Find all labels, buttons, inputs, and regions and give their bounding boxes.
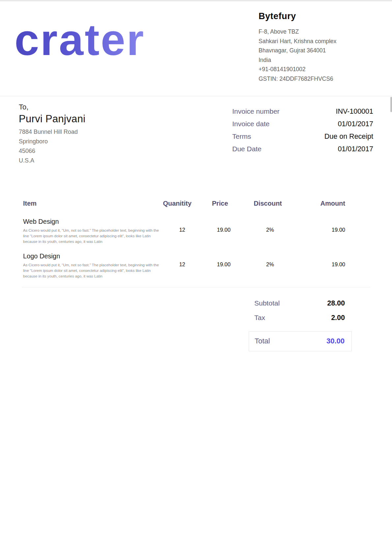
item-quantity: 12 (161, 218, 203, 233)
total-label: Total (255, 337, 270, 345)
item-amount: 19.00 (296, 218, 345, 233)
company-address-line: F-8, Above TBZ (259, 27, 387, 37)
parties-section: To, Purvi Panjvani 7884 Bunnel Hill Road… (0, 96, 392, 165)
subtotal-value: 28.00 (327, 299, 345, 307)
item-cell: Web Design As Cicero would put it, “Um, … (23, 218, 161, 245)
invoice-date-label: Invoice date (232, 120, 269, 128)
item-name: Logo Design (23, 252, 161, 260)
item-description: As Cicero would put it, “Um, not so fast… (23, 262, 161, 279)
terms-value: Due on Receipt (324, 132, 373, 141)
column-header-price: Price (199, 200, 241, 207)
item-amount: 19.00 (296, 252, 345, 268)
tax-value: 2.00 (331, 314, 345, 322)
company-phone: +91-08141901002 (259, 65, 387, 74)
column-header-discount: Discount (241, 200, 294, 207)
item-quantity: 12 (161, 252, 203, 268)
item-discount: 2% (244, 252, 295, 268)
items-table: Item Quanitity Price Discount Amount Web… (22, 200, 370, 287)
terms-row: Terms Due on Receipt (232, 132, 373, 141)
invoice-date-row: Invoice date 01/01/2017 (232, 120, 373, 128)
due-date-value: 01/01/2017 (338, 145, 373, 153)
due-date-label: Due Date (232, 145, 262, 153)
due-date-row: Due Date 01/01/2017 (232, 145, 373, 153)
customer-address-line: Springboro (19, 137, 232, 146)
customer-name: Purvi Panjvani (19, 113, 232, 125)
item-description: As Cicero would put it, “Um, not so fast… (23, 228, 161, 245)
subtotal-row: Subtotal 28.00 (249, 299, 352, 307)
company-address-line: India (259, 55, 387, 65)
invoice-number-value: INV-100001 (336, 107, 373, 116)
table-row: Web Design As Cicero would put it, “Um, … (22, 218, 370, 245)
company-address-line: Bhavnagar, Gujrat 364001 (259, 46, 387, 55)
customer-address-line: 45066 (19, 146, 232, 156)
company-name: Bytefury (259, 11, 387, 21)
item-price: 19.00 (203, 218, 244, 233)
total-value: 30.00 (326, 337, 345, 345)
crater-logo: crater (14, 18, 145, 62)
company-gstin: GSTIN: 24DDF7682FHVCS6 (259, 74, 387, 84)
invoice-meta-block: Invoice number INV-100001 Invoice date 0… (232, 107, 373, 158)
item-cell: Logo Design As Cicero would put it, “Um,… (23, 252, 161, 279)
items-divider (22, 287, 370, 287)
total-box: Total 30.00 (249, 331, 352, 351)
invoice-number-label: Invoice number (232, 107, 280, 115)
item-name: Web Design (23, 218, 161, 225)
invoice-page: crater Bytefury F-8, Above TBZ Sahkari H… (0, 0, 392, 555)
invoice-date-value: 01/01/2017 (338, 120, 373, 128)
subtotal-label: Subtotal (254, 299, 280, 307)
customer-address-line: U.S.A (19, 156, 232, 165)
customer-address-line: 7884 Bunnel Hill Road (19, 127, 232, 137)
bill-to-block: To, Purvi Panjvani 7884 Bunnel Hill Road… (19, 103, 232, 165)
tax-row: Tax 2.00 (249, 314, 352, 322)
tax-label: Tax (254, 314, 265, 322)
column-header-item: Item (23, 200, 156, 207)
table-row: Logo Design As Cicero would put it, “Um,… (22, 252, 370, 279)
terms-label: Terms (232, 132, 251, 140)
invoice-header: crater Bytefury F-8, Above TBZ Sahkari H… (0, 0, 392, 96)
totals-section: Subtotal 28.00 Tax 2.00 Total 30.00 (249, 299, 352, 351)
bill-to-label: To, (19, 103, 232, 111)
invoice-number-row: Invoice number INV-100001 (232, 107, 373, 116)
item-discount: 2% (244, 218, 295, 233)
company-info: Bytefury F-8, Above TBZ Sahkari Hart, Kr… (259, 11, 387, 83)
column-header-amount: Amount (294, 200, 345, 207)
scrollbar-thumb[interactable] (390, 97, 392, 112)
item-price: 19.00 (203, 252, 244, 268)
column-header-quantity: Quanitity (156, 200, 199, 207)
company-address-line: Sahkari Hart, Krishna complex (259, 37, 387, 46)
table-header-row: Item Quanitity Price Discount Amount (22, 200, 370, 207)
